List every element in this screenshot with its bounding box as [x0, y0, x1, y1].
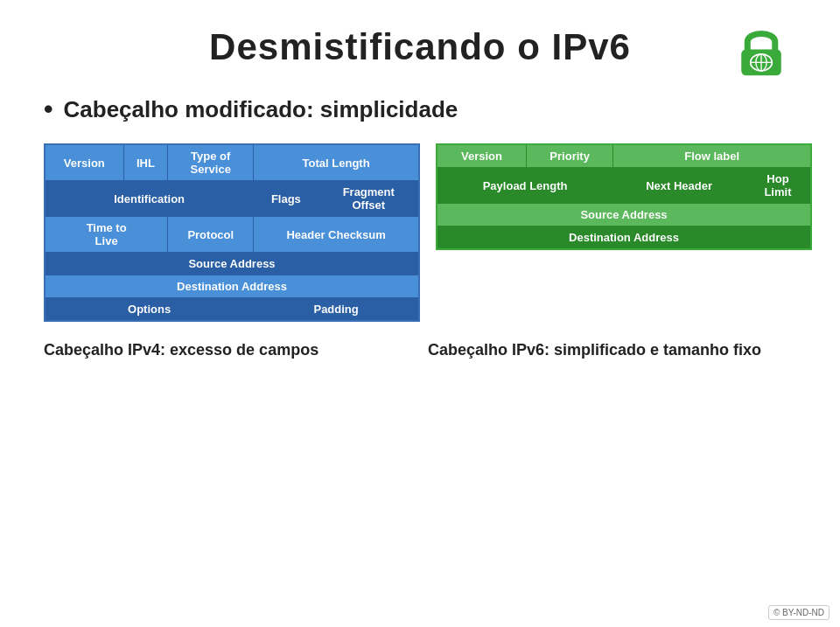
- ipv4-version: Version: [45, 144, 123, 181]
- table-row: Destination Address: [437, 226, 811, 250]
- table-row: Version IHL Type ofService Total Length: [45, 144, 419, 181]
- ipv6-payload-length: Payload Length: [437, 168, 613, 204]
- table-row: Source Address: [45, 253, 419, 275]
- ipv4-padding: Padding: [254, 298, 419, 322]
- bullet-text: Cabeçalho modificado: simplicidade: [64, 96, 458, 123]
- ipv6-diagram: Version Priority Flow label Payload Leng…: [436, 143, 812, 322]
- ipv4-flags: Flags: [254, 181, 318, 217]
- captions-row: Cabeçalho IPv4: excesso de campos Cabeça…: [44, 339, 796, 361]
- ipv4-checksum: Header Checksum: [254, 217, 419, 253]
- page-title: Desmistificando o IPv6: [44, 26, 796, 68]
- ipv4-tos: Type ofService: [168, 144, 254, 181]
- ipv4-caption: Cabeçalho IPv4: excesso de campos: [44, 339, 412, 361]
- table-row: Identification Flags FragmentOffset: [45, 181, 419, 217]
- ipv6-dst-address: Destination Address: [437, 226, 811, 250]
- bullet-dot: •: [44, 94, 53, 124]
- ipv6-priority: Priority: [527, 144, 613, 168]
- bullet-header: • Cabeçalho modificado: simplicidade: [44, 94, 796, 124]
- cc-badge: © BY-ND-ND: [768, 605, 830, 620]
- ipv4-ihl: IHL: [123, 144, 168, 181]
- table-row: Payload Length Next Header HopLimit: [437, 168, 811, 204]
- lock-icon: [731, 22, 792, 83]
- ipv4-table: Version IHL Type ofService Total Length …: [44, 143, 420, 322]
- ipv4-identification: Identification: [45, 181, 254, 217]
- ipv6-caption: Cabeçalho IPv6: simplificado e tamanho f…: [428, 339, 796, 361]
- page: Desmistificando o IPv6 • Cabeçalho modif…: [0, 0, 840, 627]
- table-row: Source Address: [437, 204, 811, 226]
- ipv4-diagram: Version IHL Type ofService Total Length …: [44, 143, 420, 322]
- table-row: Options Padding: [45, 298, 419, 322]
- ipv4-dst-address: Destination Address: [45, 275, 419, 298]
- table-row: Destination Address: [45, 275, 419, 298]
- ipv6-hop-limit: HopLimit: [745, 168, 811, 204]
- ipv4-options: Options: [45, 298, 254, 322]
- diagrams-row: Version IHL Type ofService Total Length …: [44, 143, 796, 322]
- table-row: Version Priority Flow label: [437, 144, 811, 168]
- ipv6-version: Version: [437, 144, 527, 168]
- ipv4-total-length: Total Length: [254, 144, 419, 181]
- ipv6-table: Version Priority Flow label Payload Leng…: [436, 143, 812, 250]
- ipv4-frag-offset: FragmentOffset: [318, 181, 419, 217]
- table-row: Time toLive Protocol Header Checksum: [45, 217, 419, 253]
- ipv4-protocol: Protocol: [168, 217, 254, 253]
- ipv6-src-address: Source Address: [437, 204, 811, 226]
- ipv6-next-header: Next Header: [613, 168, 746, 204]
- ipv4-src-address: Source Address: [45, 253, 419, 275]
- ipv4-ttl: Time toLive: [45, 217, 168, 253]
- ipv6-flow-label: Flow label: [613, 144, 811, 168]
